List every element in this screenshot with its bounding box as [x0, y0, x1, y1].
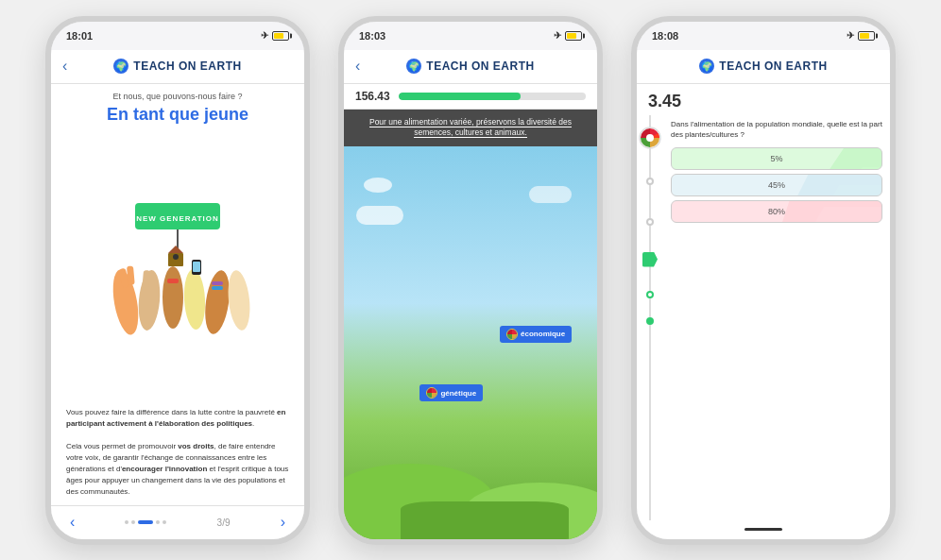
score-2: 156.43 [355, 90, 391, 103]
dot-4 [156, 520, 160, 524]
app-header-1: ‹ 🌍 TEACH ON EARTH [51, 50, 304, 84]
airplane-icon-2: ✈ [554, 30, 561, 41]
dot-3 [138, 520, 153, 524]
earth-logo-2: 🌍 [406, 59, 421, 74]
cloud-3 [529, 186, 572, 203]
dot-1 [125, 520, 128, 524]
option1-bg [787, 148, 881, 170]
illustration-area: NEW GENERATION [66, 132, 289, 407]
app-title-1: 🌍 TEACH ON EARTH [113, 59, 241, 74]
quiz-question: Dans l'alimentation de la population mon… [671, 119, 882, 140]
app-title-3: 🌍 TEACH ON EARTH [699, 59, 827, 74]
battery-icon-1 [272, 31, 289, 41]
svg-rect-14 [212, 286, 223, 290]
earth-logo-3: 🌍 [699, 59, 714, 74]
label-genetique[interactable]: génétique [419, 384, 483, 401]
svg-marker-25 [806, 148, 881, 170]
svg-point-24 [646, 134, 654, 142]
bottom-nav-1: ‹ 3/9 › [51, 505, 304, 539]
phone-3: 18:08 ✈ 🌍 TEACH ON EARTH 3.45 [631, 16, 896, 545]
sdg-icon-2 [506, 329, 518, 340]
status-bar-3: 18:08 ✈ [637, 22, 890, 50]
svg-rect-9 [167, 279, 179, 283]
answer-option-3[interactable]: 80% [671, 200, 882, 223]
app-title-2: 🌍 TEACH ON EARTH [406, 59, 534, 74]
progress-dots-1 [125, 520, 166, 524]
screen-1: Et nous, que pouvons-nous faire ? En tan… [51, 84, 304, 505]
svg-rect-13 [212, 281, 223, 285]
phone1-heading: En tant que jeune [66, 105, 289, 125]
prev-arrow-1[interactable]: ‹ [70, 514, 75, 531]
phone-1: 18:01 ✈ ‹ 🌍 TEACH ON EARTH Et nous, que … [45, 16, 310, 545]
battery-icon-2 [565, 31, 582, 41]
time-3: 18:08 [652, 30, 678, 42]
back-button-2[interactable]: ‹ [355, 58, 360, 75]
answer-option-1[interactable]: 5% [671, 147, 882, 170]
sky-game-area: génétique économique [344, 146, 597, 538]
answer-option-2[interactable]: 45% [671, 174, 882, 196]
phone1-subtitle: Et nous, que pouvons-nous faire ? [66, 92, 289, 101]
cloud-2 [364, 178, 392, 193]
svg-point-15 [226, 269, 253, 331]
svg-marker-17 [168, 246, 183, 253]
timeline-dot-active [642, 252, 658, 267]
quiz-instruction: Pour une alimentation variée, préservons… [344, 110, 597, 147]
timeline-dot-1 [646, 178, 654, 185]
dot-2 [131, 520, 135, 524]
airplane-icon-1: ✈ [261, 30, 268, 41]
score-bar: 156.43 [344, 84, 597, 110]
option2-bg [777, 175, 881, 196]
quiz-main: Dans l'alimentation de la population mon… [637, 115, 890, 520]
svg-rect-20 [193, 262, 200, 272]
svg-point-18 [173, 254, 179, 260]
progress-track [399, 93, 586, 100]
page-indicator-1: 3/9 [217, 518, 231, 528]
label-economique[interactable]: économique [500, 326, 572, 343]
timeline-dot-4 [646, 317, 654, 325]
status-bar-2: 18:03 ✈ [344, 22, 597, 50]
sdg-icon-1 [426, 387, 437, 399]
app-header-2: ‹ 🌍 TEACH ON EARTH [344, 50, 597, 84]
progress-fill [399, 93, 521, 100]
quiz-timeline [637, 115, 663, 520]
sdg-wheel-icon [639, 127, 661, 149]
svg-point-8 [163, 266, 183, 329]
bottom-line-3 [637, 520, 890, 539]
home-indicator-3 [744, 528, 782, 531]
screen-2: 156.43 Pour une alimentation variée, pré… [344, 84, 597, 539]
quiz-score: 3.45 [637, 84, 890, 115]
battery-icon-3 [858, 31, 875, 41]
hill-3 [401, 501, 569, 539]
screen-3: 3.45 [637, 84, 890, 539]
airplane-icon-3: ✈ [847, 30, 854, 41]
time-1: 18:01 [66, 30, 93, 42]
status-bar-1: 18:01 ✈ [51, 22, 304, 50]
timeline-dot-2 [646, 218, 654, 226]
earth-logo-1: 🌍 [113, 59, 128, 74]
cloud-1 [356, 206, 403, 225]
time-2: 18:03 [359, 30, 385, 42]
app-header-3: 🌍 TEACH ON EARTH [637, 50, 890, 84]
dot-5 [163, 520, 166, 524]
next-arrow-1[interactable]: › [281, 514, 285, 531]
phone-2: 18:03 ✈ ‹ 🌍 TEACH ON EARTH 156.43 [338, 16, 603, 545]
timeline-dot-3 [646, 291, 654, 298]
svg-point-12 [201, 269, 232, 336]
back-button-1[interactable]: ‹ [62, 58, 67, 75]
hands-illustration: NEW GENERATION [83, 198, 272, 340]
svg-rect-11 [189, 274, 196, 291]
svg-text:NEW GENERATION: NEW GENERATION [136, 214, 219, 223]
quiz-right-panel: Dans l'alimentation de la population mon… [663, 115, 890, 520]
phone1-body-text: Vous pouvez faire la différence dans la … [66, 407, 289, 505]
